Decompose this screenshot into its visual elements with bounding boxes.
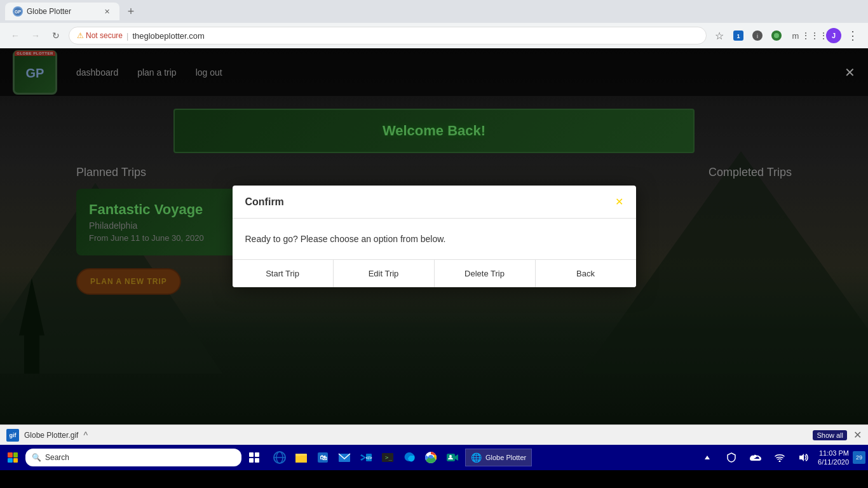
clock-date: 6/11/2020 xyxy=(818,458,849,466)
new-tab-button[interactable]: + xyxy=(122,3,140,20)
modal-close-button[interactable]: ✕ xyxy=(615,196,623,208)
page-background: GLOBE PLOTTER GP dashboard plan a trip l… xyxy=(0,48,868,424)
taskbar: 🔍 Search xyxy=(0,445,868,470)
taskbar-right: 11:03 PM 6/11/2020 29 xyxy=(697,447,865,468)
svg-rect-17 xyxy=(295,454,301,456)
notification-button[interactable]: 29 xyxy=(853,451,865,464)
volume-icon[interactable] xyxy=(794,447,814,468)
wifi-icon[interactable] xyxy=(770,447,790,468)
ext-icon-3[interactable] xyxy=(769,28,784,43)
windows-icon xyxy=(8,452,18,463)
back-button[interactable]: ← xyxy=(8,28,23,43)
modal-header: Confirm ✕ xyxy=(233,186,636,219)
search-text: Search xyxy=(45,453,69,462)
system-clock[interactable]: 11:03 PM 6/11/2020 xyxy=(818,449,849,467)
svg-rect-11 xyxy=(255,458,259,463)
file-explorer-icon[interactable] xyxy=(291,447,311,468)
more-button[interactable]: ⋮ xyxy=(845,28,860,43)
clock-time: 11:03 PM xyxy=(819,449,849,458)
svg-rect-27 xyxy=(447,454,455,461)
tab-favicon: GP xyxy=(13,6,23,17)
download-filename: Globe Plotter.gif xyxy=(24,431,78,440)
start-button[interactable] xyxy=(3,450,23,465)
taskbar-app-icon: 🌐 xyxy=(471,452,482,463)
svg-point-7 xyxy=(774,33,779,38)
modal-body: Ready to go? Please choose an option fro… xyxy=(233,219,636,260)
taskbar-app-globe-plotter[interactable]: 🌐 Globe Plotter xyxy=(465,449,532,466)
url-text: theglobeplotter.com xyxy=(132,31,204,41)
warning-icon: ⚠ xyxy=(77,31,84,40)
download-file-icon: gif xyxy=(6,429,19,442)
tab-bar: GP Globe Plotter ✕ + xyxy=(0,0,868,23)
tab-title: Globe Plotter xyxy=(27,7,71,16)
defender-icon[interactable] xyxy=(721,447,742,468)
mail-icon[interactable] xyxy=(334,447,355,468)
edge-icon[interactable] xyxy=(399,447,419,468)
svg-marker-28 xyxy=(455,454,458,461)
svg-text:>_: >_ xyxy=(385,454,392,461)
tab-close-button[interactable]: ✕ xyxy=(102,6,112,17)
not-secure-indicator: ⚠ Not secure xyxy=(77,31,123,40)
back-button-modal[interactable]: Back xyxy=(536,260,636,287)
svg-text:i: i xyxy=(757,33,758,39)
forward-button[interactable]: → xyxy=(28,28,43,43)
svg-text:GP: GP xyxy=(15,10,21,14)
download-bar-close-icon[interactable]: ✕ xyxy=(853,429,862,441)
ie-icon[interactable] xyxy=(269,447,290,468)
modal-footer: Start Trip Edit Trip Delete Trip Back xyxy=(233,260,636,287)
task-view-button[interactable] xyxy=(244,447,264,468)
svg-marker-30 xyxy=(705,456,710,459)
svg-rect-10 xyxy=(249,458,254,463)
ext-icon-2[interactable]: i xyxy=(750,28,765,43)
svg-point-31 xyxy=(779,461,781,463)
svg-text:🛍: 🛍 xyxy=(320,454,327,461)
reload-button[interactable]: ↻ xyxy=(48,28,64,43)
ext-icon-1[interactable]: 1 xyxy=(731,28,746,43)
bookmark-button[interactable]: ☆ xyxy=(712,28,727,43)
svg-marker-32 xyxy=(799,454,804,461)
confirm-modal: Confirm ✕ Ready to go? Please choose an … xyxy=(233,186,636,287)
modal-title: Confirm xyxy=(245,196,284,208)
apps-button[interactable]: ⋮⋮⋮ xyxy=(807,28,822,43)
svg-text:1: 1 xyxy=(736,33,740,39)
taskbar-pinned-apps: 🛍 </> >_ xyxy=(269,447,463,468)
search-icon: 🔍 xyxy=(32,453,41,462)
edit-trip-button[interactable]: Edit Trip xyxy=(334,260,435,287)
browser-chrome: GP Globe Plotter ✕ + ← → ↻ ⚠ Not secure … xyxy=(0,0,868,48)
download-bar: gif Globe Plotter.gif ^ Show all ✕ xyxy=(0,424,868,445)
profile-button[interactable]: J xyxy=(826,28,841,43)
vscode-icon[interactable]: </> xyxy=(356,447,376,468)
svg-rect-8 xyxy=(249,452,254,457)
store-icon[interactable]: 🛍 xyxy=(313,447,333,468)
browser-tab[interactable]: GP Globe Plotter ✕ xyxy=(5,3,119,20)
modal-overlay: Confirm ✕ Ready to go? Please choose an … xyxy=(0,48,868,424)
onedrive-icon[interactable] xyxy=(745,447,766,468)
svg-rect-16 xyxy=(295,456,307,463)
taskbar-search[interactable]: 🔍 Search xyxy=(25,449,241,466)
address-bar: ← → ↻ ⚠ Not secure | theglobeplotter.com… xyxy=(0,23,868,48)
start-trip-button[interactable]: Start Trip xyxy=(233,260,334,287)
delete-trip-button[interactable]: Delete Trip xyxy=(435,260,536,287)
toolbar-icons: ☆ 1 i m ⋮⋮⋮ J ⋮ xyxy=(712,28,860,43)
svg-text:</>: </> xyxy=(365,456,372,460)
svg-point-29 xyxy=(449,455,452,458)
download-chevron-icon[interactable]: ^ xyxy=(83,430,88,440)
taskbar-app-label: Globe Plotter xyxy=(485,454,526,461)
svg-rect-9 xyxy=(255,452,259,457)
system-tray xyxy=(697,447,814,468)
address-input[interactable]: ⚠ Not secure | theglobeplotter.com xyxy=(69,27,707,44)
show-all-button[interactable]: Show all xyxy=(813,430,847,440)
terminal-icon[interactable]: >_ xyxy=(377,447,398,468)
show-hidden-icons-button[interactable] xyxy=(697,447,717,468)
modal-message: Ready to go? Please choose an option fro… xyxy=(245,234,623,244)
chrome-icon[interactable] xyxy=(421,447,441,468)
meets-icon[interactable] xyxy=(442,447,463,468)
